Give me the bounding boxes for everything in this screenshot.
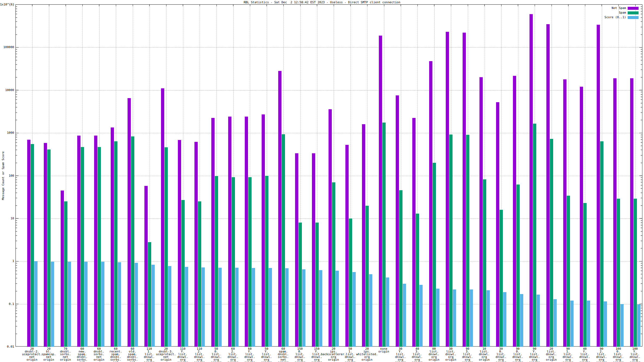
- y-minor-tick-right: [641, 27, 642, 27]
- y-minor-tick-left: [16, 220, 17, 221]
- bar-not-spam: [329, 109, 332, 347]
- bar-score-0-1: [620, 304, 624, 347]
- bar-spam: [198, 201, 201, 347]
- bar-not-spam: [530, 14, 533, 347]
- y-minor-tick-right: [641, 263, 642, 263]
- x-tick-top: [250, 5, 250, 6]
- x-tick-top: [535, 5, 535, 6]
- y-minor-tick-left: [16, 137, 17, 137]
- bar-score-0-1: [553, 299, 557, 347]
- y-minor-tick-right: [641, 248, 642, 248]
- bar-score-0-1: [202, 267, 205, 347]
- bar-not-spam: [278, 71, 281, 347]
- y-minor-tick-left: [16, 317, 17, 317]
- y-minor-tick-right: [641, 107, 642, 107]
- legend-item: Not Spam: [572, 7, 639, 10]
- y-minor-tick-left: [16, 185, 17, 185]
- bar-score-0-1: [118, 262, 121, 347]
- y-minor-tick-left: [16, 235, 17, 236]
- y-minor-tick-left: [16, 135, 17, 135]
- x-tick-top: [82, 5, 83, 6]
- y-minor-tick-right: [641, 35, 642, 35]
- y-minor-tick-left: [16, 265, 17, 266]
- y-minor-tick-right: [641, 150, 642, 150]
- y-minor-tick-right: [641, 268, 642, 268]
- bar-spam: [533, 124, 536, 347]
- y-minor-tick-left: [16, 57, 17, 57]
- y-minor-tick-right: [641, 54, 642, 54]
- x-tick-top: [49, 5, 49, 6]
- y-minor-tick-right: [641, 177, 642, 178]
- y-minor-tick-right: [641, 334, 642, 334]
- y-minor-tick-left: [16, 241, 17, 241]
- y-minor-tick-right: [641, 142, 642, 143]
- bar-score-0-1: [487, 290, 490, 347]
- bar-score-0-1: [336, 271, 339, 347]
- y-tick-label: 10000: [0, 89, 14, 92]
- y-major-tick-right: [639, 47, 642, 48]
- x-tick-top: [602, 5, 602, 6]
- bar-score-0-1: [252, 268, 255, 347]
- y-minor-tick-right: [641, 228, 642, 228]
- bar-not-spam: [211, 118, 215, 347]
- y-minor-tick-right: [641, 311, 642, 311]
- bar-not-spam: [61, 191, 64, 347]
- y-minor-tick-right: [641, 9, 642, 9]
- y-minor-tick-left: [16, 92, 17, 92]
- bar-not-spam: [429, 61, 432, 347]
- bar-spam: [248, 177, 252, 347]
- x-tick-top: [367, 5, 367, 6]
- bar-not-spam: [77, 136, 81, 347]
- bar-spam: [282, 134, 285, 347]
- y-minor-tick-left: [16, 231, 17, 232]
- bar-spam: [416, 214, 419, 347]
- y-minor-tick-left: [16, 228, 17, 228]
- y-minor-tick-right: [641, 92, 642, 92]
- bar-not-spam: [262, 114, 265, 347]
- bar-score-0-1: [269, 268, 272, 347]
- y-minor-tick-left: [16, 107, 17, 107]
- y-tick-label: 100: [0, 174, 14, 177]
- y-minor-tick-left: [16, 274, 17, 274]
- bar-score-0-1: [51, 262, 54, 347]
- y-minor-tick-right: [641, 188, 642, 189]
- y-minor-tick-left: [16, 14, 17, 14]
- y-minor-tick-right: [641, 113, 642, 113]
- y-minor-tick-left: [16, 248, 17, 248]
- bar-score-0-1: [520, 294, 523, 347]
- bar-spam: [483, 179, 486, 347]
- y-minor-tick-right: [641, 17, 642, 18]
- x-tick-top: [350, 5, 351, 6]
- y-minor-tick-right: [641, 308, 642, 308]
- y-minor-tick-right: [641, 271, 642, 271]
- bar-not-spam: [144, 186, 148, 347]
- bar-not-spam: [546, 24, 550, 347]
- bar-score-0-1: [352, 272, 356, 347]
- bar-score-0-1: [587, 301, 590, 347]
- legend-swatch: [628, 7, 639, 10]
- bar-spam: [617, 199, 620, 347]
- plot-area: [16, 4, 642, 347]
- x-tick-top: [334, 5, 334, 6]
- bar-score-0-1: [101, 262, 104, 347]
- x-tick-top: [200, 5, 200, 6]
- y-minor-tick-right: [641, 120, 642, 120]
- bar-spam: [583, 203, 587, 347]
- y-major-tick-right: [639, 176, 642, 176]
- y-minor-tick-left: [16, 94, 17, 95]
- y-minor-tick-left: [16, 49, 17, 49]
- legend: Not SpamSpamScore (0..1): [572, 7, 639, 21]
- rbl-statistics-chart: RBL Statistics - Sat Dec 2 12:58:42 EST …: [0, 0, 644, 362]
- y-major-tick-right: [639, 133, 642, 133]
- y-minor-tick-left: [16, 283, 17, 284]
- y-minor-tick-right: [641, 64, 642, 65]
- bar-not-spam: [496, 102, 499, 347]
- y-major-tick-left: [16, 176, 18, 176]
- bar-spam: [567, 196, 570, 347]
- x-tick-top: [484, 5, 485, 6]
- x-tick-label: 100 Y. list. dnswl. org origin: [619, 348, 644, 362]
- y-minor-tick-left: [16, 70, 17, 70]
- y-minor-tick-left: [16, 97, 17, 97]
- y-minor-tick-right: [641, 220, 642, 221]
- y-minor-tick-left: [16, 313, 17, 314]
